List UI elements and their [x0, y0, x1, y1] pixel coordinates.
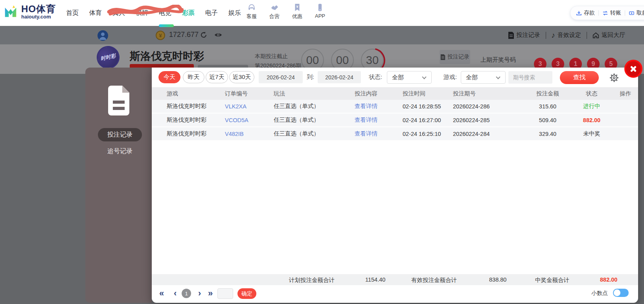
toggle-knob [614, 289, 620, 296]
sidebar-item-chase-records[interactable]: 追号记录 [98, 145, 142, 158]
promotions-button[interactable]: ¥ 优惠 [290, 3, 304, 20]
order-link[interactable]: V482IB [225, 131, 274, 137]
filter-yesterday-button[interactable]: 昨天 [183, 71, 204, 83]
table-header-row: 游戏 订单编号 玩法 投注内容 投注时间 投注期号 投注金额 状态 操作 [152, 87, 638, 100]
phone-icon [316, 3, 324, 12]
cell-period: 20260224-284 [453, 131, 524, 137]
cell-period: 20260224-286 [453, 103, 524, 110]
bet-record-button[interactable]: 投注记录 [440, 50, 470, 64]
col-order: 订单编号 [225, 90, 274, 97]
cell-time: 02-24 16:28:55 [403, 103, 453, 110]
brand-logo[interactable]: HO体育 haiouty.com [3, 4, 56, 20]
status-badge: 882.00 [571, 117, 613, 123]
deposit-icon [576, 10, 582, 16]
back-to-lobby-link[interactable]: 返回大厅 [592, 31, 625, 39]
last-draw-label: 上期开奖号码 [480, 56, 516, 64]
close-modal-button[interactable] [624, 60, 642, 78]
decimal-toggle[interactable] [613, 289, 629, 297]
cell-play: 任三直选（单式） [274, 130, 355, 137]
order-link[interactable]: VLK2XA [225, 103, 274, 110]
refresh-balance-button[interactable] [200, 31, 208, 40]
summary-win-value: 882.00 [600, 277, 617, 283]
order-link[interactable]: VCOD5A [225, 117, 274, 123]
record-sidebar: 投注记录 追号记录 [85, 68, 152, 303]
date-to-label: 到: [307, 73, 314, 81]
status-badge: 未中奖 [571, 130, 613, 137]
gear-icon [609, 73, 619, 83]
next-page-button[interactable]: › [198, 288, 201, 299]
divider [587, 32, 587, 39]
cell-amount: 509.40 [524, 117, 571, 123]
nav-item-entertainment[interactable]: 娱乐 [228, 9, 241, 17]
nav-item-home[interactable]: 首页 [66, 9, 79, 17]
redaction-scribble [107, 5, 184, 16]
first-page-button[interactable]: « [159, 288, 164, 299]
coupon-icon: ¥ [293, 3, 302, 12]
date-from-input[interactable] [259, 71, 303, 83]
period-search-input[interactable] [508, 71, 552, 84]
header-quick-links: 客服 合营 ¥ 优惠 APP [245, 3, 327, 20]
transfer-button[interactable]: 转账 [602, 9, 621, 16]
view-details-link[interactable]: 查看详情 [355, 130, 403, 137]
confirm-page-button[interactable]: 确定 [237, 288, 256, 299]
nav-item-sports[interactable]: 体育 [89, 9, 102, 17]
search-button[interactable]: 查找 [560, 71, 599, 84]
chevron-down-icon [422, 75, 426, 79]
table-row: 斯洛伐克时时彩 V482IB 任三直选（单式） 查看详情 02-24 16:25… [152, 127, 638, 141]
partnership-button[interactable]: 合营 [267, 3, 282, 20]
summary-valid-label: 有效投注金额合计 [411, 277, 457, 284]
date-to-input[interactable] [318, 71, 361, 83]
document-icon [440, 54, 445, 60]
game-label: 游戏: [443, 73, 457, 81]
coin-icon: ¥ [156, 31, 165, 40]
col-play: 玩法 [274, 90, 355, 97]
cell-amount: 315.60 [524, 103, 571, 110]
col-game: 游戏 [167, 90, 225, 97]
col-amount: 投注金额 [524, 90, 571, 97]
prev-page-button[interactable]: ‹ [174, 288, 177, 299]
view-details-link[interactable]: 查看详情 [355, 116, 403, 124]
filter-7days-button[interactable]: 近7天 [206, 71, 228, 83]
customer-service-button[interactable]: 客服 [245, 3, 259, 20]
withdraw-button[interactable]: 取款 [629, 9, 644, 16]
chevron-down-icon [496, 75, 500, 79]
cell-time: 02-24 16:27:00 [403, 117, 453, 123]
status-select[interactable]: 全部 [387, 71, 432, 84]
col-status: 状态 [571, 90, 613, 97]
nav-item-lottery[interactable]: 彩票 [182, 9, 195, 17]
withdraw-icon [629, 10, 635, 16]
summary-bar: 计划投注金额合计 1154.40 有效投注金额合计 838.80 中奖金额合计 … [152, 274, 638, 285]
avatar[interactable] [98, 30, 108, 41]
status-label: 状态: [369, 73, 382, 81]
cell-game: 斯洛伐克时时彩 [167, 103, 225, 110]
filter-30days-button[interactable]: 近30天 [229, 71, 254, 83]
game-select[interactable]: 全部 [461, 71, 506, 84]
page-number-input[interactable] [217, 288, 233, 299]
cell-amount: 329.40 [524, 131, 571, 137]
handshake-icon [270, 3, 279, 12]
toggle-balance-visibility-button[interactable] [214, 31, 223, 40]
divider [598, 10, 599, 16]
sound-settings-link[interactable]: ♪ 音效设定 [552, 31, 581, 40]
lottery-title: 斯洛伐克时时彩 [130, 49, 204, 63]
transfer-icon [602, 10, 608, 16]
view-details-link[interactable]: 查看详情 [355, 103, 403, 110]
refresh-icon [200, 31, 208, 39]
summary-valid-value: 838.80 [489, 277, 506, 283]
table-row: 斯洛伐克时时彩 VLK2XA 任三直选（单式） 查看详情 02-24 16:28… [152, 100, 638, 114]
document-icon [107, 86, 131, 115]
last-page-button[interactable]: » [208, 288, 213, 299]
eye-icon [214, 31, 223, 38]
summary-win-label: 中奖金额合计 [535, 277, 569, 284]
bet-record-link[interactable]: 投注记录 [508, 31, 540, 39]
filter-today-button[interactable]: 今天 [158, 71, 180, 83]
app-download-button[interactable]: APP [313, 3, 327, 20]
lottery-badge: 时时彩 [95, 44, 122, 71]
bet-records-modal: 今天 昨天 近7天 近30天 到: 状态: 全部 游戏: 全部 查找 [152, 68, 638, 303]
nav-item-slots[interactable]: 电子 [205, 9, 218, 17]
deposit-button[interactable]: 存款 [576, 9, 595, 16]
current-page-badge[interactable]: 1 [182, 289, 191, 298]
settings-button[interactable] [609, 73, 619, 83]
nav-active-indicator [159, 24, 174, 27]
sidebar-item-bet-records[interactable]: 投注记录 [98, 128, 142, 141]
